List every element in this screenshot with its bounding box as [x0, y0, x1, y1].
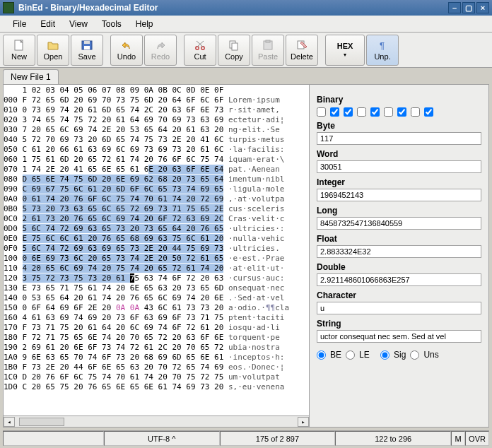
character-label: Character: [317, 290, 481, 300]
hex-row[interactable]: 040 5 72 70 69 73 20 6D 65 74 75 73 2E 2…: [4, 135, 309, 145]
hex-row[interactable]: 090 C 69 67 75 6C 61 20 6D 6F 6C 65 73 7…: [4, 184, 309, 194]
sig-radio[interactable]: [380, 350, 390, 360]
binary-bit-checkbox[interactable]: [344, 107, 353, 117]
float-label: Float: [317, 234, 481, 244]
word-field[interactable]: [317, 160, 481, 173]
hex-row[interactable]: 0B0 5 73 20 73 63 65 6C 65 72 69 73 71 7…: [4, 204, 309, 214]
hex-row[interactable]: 0E0 E 75 6C 6C 61 20 76 65 68 69 63 75 6…: [4, 234, 309, 244]
menu-edit[interactable]: Edit: [33, 18, 62, 30]
string-field[interactable]: [317, 330, 481, 343]
hex-row[interactable]: 000 F 72 65 6D 20 69 70 73 75 6D 20 64 6…: [4, 95, 309, 105]
content-area: 1 02 03 04 05 06 07 08 09 0A 0B 0C 0D 0E…: [3, 84, 489, 428]
menu-tools[interactable]: Tools: [95, 18, 129, 30]
binary-bit-checkbox[interactable]: [330, 107, 339, 117]
double-field[interactable]: [317, 273, 481, 286]
binary-bit-checkbox[interactable]: [317, 107, 326, 117]
delete-button[interactable]: Delete: [286, 35, 318, 66]
float-field[interactable]: [317, 245, 481, 258]
le-radio[interactable]: [346, 350, 355, 360]
hex-row[interactable]: 180 F 72 71 75 65 6E 74 20 70 65 72 20 6…: [4, 333, 309, 343]
value-inspector: Binary Byte Word Integer Long Float Doub…: [309, 85, 488, 427]
hex-row[interactable]: 0A0 0 61 74 20 76 6F 6C 75 74 70 61 74 2…: [4, 194, 309, 204]
save-button[interactable]: Save: [71, 35, 103, 66]
endian-sign-radios: BE LE Sig Uns: [317, 350, 481, 360]
hex-row[interactable]: 130 E 73 65 71 75 61 74 20 6E 65 63 20 7…: [4, 283, 309, 293]
character-field[interactable]: [317, 302, 481, 314]
be-radio[interactable]: [317, 350, 326, 360]
hex-row[interactable]: 080 D 65 6E 74 75 6D 20 6E 69 62 68 20 7…: [4, 175, 309, 184]
hex-row[interactable]: 150 0 6F 64 69 6F 2E 20 0A 0A 43 6C 61 7…: [4, 303, 309, 313]
status-encoding[interactable]: UTF-8 ^: [104, 431, 220, 446]
minimize-button[interactable]: –: [448, 2, 461, 13]
close-button[interactable]: ×: [476, 2, 489, 13]
window-title: BinEd - Binary/Hexadecimal Editor: [18, 3, 158, 13]
hex-row[interactable]: 140 0 53 65 64 20 61 74 20 76 65 6C 69 7…: [4, 293, 309, 303]
svg-rect-9: [266, 40, 270, 42]
status-ovr[interactable]: OVR: [465, 431, 489, 446]
scroll-thumb[interactable]: [19, 418, 64, 426]
long-field[interactable]: [317, 217, 481, 230]
hex-row[interactable]: 1A0 9 6E 63 65 70 74 6F 73 20 68 69 6D 6…: [4, 353, 309, 362]
hex-row[interactable]: 120 3 75 72 73 75 73 20 61 75 63 74 6F 7…: [4, 273, 309, 283]
string-label: String: [317, 319, 481, 329]
binary-bit-checkbox[interactable]: [411, 107, 420, 117]
horizontal-scrollbar[interactable]: ◂ ▸: [4, 415, 309, 427]
double-label: Double: [317, 262, 481, 272]
menu-help[interactable]: Help: [129, 18, 160, 30]
hex-row[interactable]: 1D0 C 20 65 75 20 76 65 6E 65 6E 61 74 6…: [4, 382, 309, 392]
hex-row[interactable]: 060 1 75 61 6D 20 65 72 61 74 20 76 6F 6…: [4, 155, 309, 165]
byte-field[interactable]: [317, 132, 481, 145]
hex-row[interactable]: 0D0 5 6C 74 72 69 63 65 73 20 73 65 64 2…: [4, 224, 309, 234]
hex-dropdown[interactable]: HEX▾: [325, 35, 365, 66]
hex-row[interactable]: 070 1 74 2E 20 41 65 6E 65 61 6E 20 63 6…: [4, 165, 309, 175]
open-button[interactable]: Open: [37, 35, 69, 66]
binary-bit-checkbox[interactable]: [424, 107, 433, 117]
byte-label: Byte: [317, 121, 481, 131]
binary-bit-checkbox[interactable]: [370, 107, 380, 117]
cut-button[interactable]: Cut: [184, 35, 216, 66]
hex-row[interactable]: 1B0 F 73 2E 20 44 6F 6E 65 63 20 70 72 6…: [4, 362, 309, 372]
copy-icon: [228, 40, 240, 51]
binary-bit-checkbox[interactable]: [357, 107, 366, 117]
delete-icon: [295, 40, 308, 51]
menu-file[interactable]: File: [6, 18, 33, 30]
svg-rect-2: [84, 41, 90, 44]
undo-button[interactable]: Undo: [110, 35, 143, 66]
hex-row[interactable]: 190 2 69 61 20 6E 6F 73 74 72 61 2C 20 7…: [4, 343, 309, 353]
toolbar: New Open Save Undo Redo Cut Copy Paste D…: [0, 33, 492, 68]
menubar: File Edit View Tools Help: [0, 16, 492, 33]
undo-icon: [120, 40, 133, 51]
hex-editor[interactable]: 1 02 03 04 05 06 07 08 09 0A 0B 0C 0D 0E…: [4, 85, 309, 427]
hex-row[interactable]: 0F0 5 6C 74 72 69 63 69 65 73 2E 20 44 7…: [4, 244, 309, 254]
hex-row[interactable]: 1C0 D 20 76 6F 6C 75 74 70 61 74 20 70 7…: [4, 372, 309, 382]
tab-file[interactable]: New File 1: [3, 69, 59, 84]
hex-body[interactable]: 000 F 72 65 6D 20 69 70 73 75 6D 20 64 6…: [4, 95, 309, 392]
hex-row[interactable]: 100 0 6E 69 73 6C 20 65 73 74 2E 20 50 7…: [4, 254, 309, 264]
status-empty: [3, 431, 104, 446]
integer-field[interactable]: [317, 189, 481, 201]
svg-text:¶: ¶: [380, 40, 385, 51]
scroll-right-button[interactable]: ▸: [298, 417, 309, 427]
new-button[interactable]: New: [3, 35, 35, 66]
integer-label: Integer: [317, 177, 481, 187]
status-mode[interactable]: M: [451, 431, 465, 446]
copy-button[interactable]: Copy: [218, 35, 250, 66]
binary-bit-checkbox[interactable]: [384, 107, 393, 117]
hex-row[interactable]: 050 C 61 20 66 61 63 69 6C 69 73 69 73 2…: [4, 145, 309, 155]
scroll-left-button[interactable]: ◂: [4, 417, 15, 427]
hex-row[interactable]: 020 3 74 65 74 75 72 20 61 64 69 70 69 7…: [4, 115, 309, 125]
hex-row[interactable]: 010 0 73 69 74 20 61 6D 65 74 2C 20 63 6…: [4, 105, 309, 115]
hex-row[interactable]: 160 4 61 63 69 74 69 20 73 6F 63 69 6F 7…: [4, 313, 309, 323]
paste-button[interactable]: Paste: [252, 35, 284, 66]
hex-row[interactable]: 110 4 20 65 6C 69 74 20 75 74 20 65 72 6…: [4, 264, 309, 273]
maximize-button[interactable]: ▢: [462, 2, 475, 13]
unp-button[interactable]: ¶Unp.: [366, 35, 399, 66]
menu-view[interactable]: View: [62, 18, 95, 30]
redo-button[interactable]: Redo: [144, 35, 177, 66]
chevron-down-icon: ▾: [344, 52, 346, 58]
hex-row[interactable]: 0C0 2 61 73 20 76 65 6C 69 74 20 6F 72 6…: [4, 214, 309, 224]
hex-row[interactable]: 170 F 73 71 75 20 61 64 20 6C 69 74 6F 7…: [4, 323, 309, 333]
hex-row[interactable]: 030 7 20 65 6C 69 74 2E 20 53 65 64 20 6…: [4, 125, 309, 135]
binary-bit-checkbox[interactable]: [397, 107, 406, 117]
uns-radio[interactable]: [410, 350, 419, 360]
